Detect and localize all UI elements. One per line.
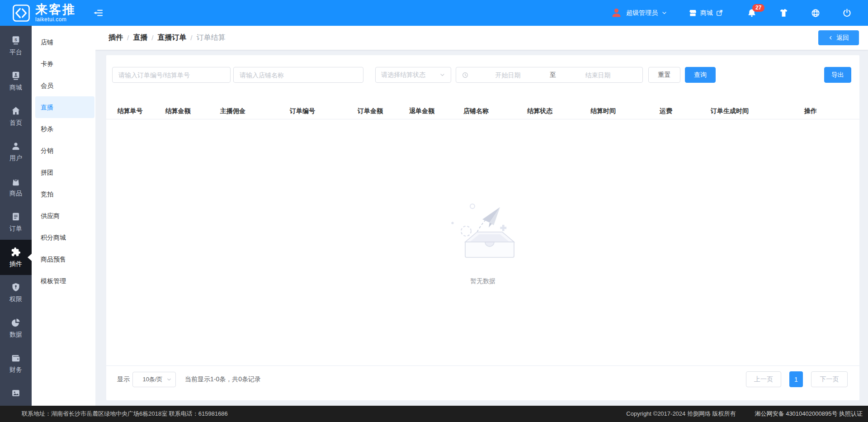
end-date-input[interactable] <box>559 71 637 79</box>
power-icon <box>842 8 852 18</box>
reset-button[interactable]: 重置 <box>648 67 680 83</box>
sidebar-item-orders[interactable]: 订单 <box>0 204 32 240</box>
prev-page-button[interactable]: 上一页 <box>746 371 781 387</box>
submenu-item-auction[interactable]: 竞拍 <box>32 183 95 205</box>
search-button[interactable]: 查询 <box>685 67 716 83</box>
back-button-label: 返回 <box>836 34 849 42</box>
column-header: 运费 <box>634 107 698 115</box>
sidebar-item-plugins[interactable]: 插件 <box>0 240 32 275</box>
sidebar-item-label: 用户 <box>9 154 22 162</box>
current-page-button[interactable]: 1 <box>789 371 803 387</box>
plugin-submenu: 店铺 卡券 会员 直播 秒杀 分销 拼团 竞拍 供应商 积分商城 商品预售 模板… <box>32 26 95 406</box>
sidebar-item-home[interactable]: 首页 <box>0 99 32 134</box>
submenu-item-supplier[interactable]: 供应商 <box>32 205 95 227</box>
column-header: 结算金额 <box>154 107 202 115</box>
logout-button[interactable] <box>842 8 852 18</box>
shop-front-link[interactable]: 商城 <box>688 8 723 18</box>
avatar <box>610 7 623 19</box>
user-menu[interactable]: 超级管理员 <box>610 7 667 19</box>
clipboard-icon <box>11 212 21 222</box>
sidebar-item-label: 订单 <box>9 225 22 233</box>
breadcrumb-item-plugins[interactable]: 插件 <box>108 33 123 43</box>
sidebar-item-users[interactable]: 用户 <box>0 134 32 169</box>
breadcrumb-separator: / <box>190 34 192 42</box>
sidebar-item-label: 权限 <box>9 295 22 303</box>
shop-link-label: 商城 <box>700 9 713 17</box>
pagination-bar: 显示 10条/页 当前显示1-0条，共0条记录 上一页 1 下一页 <box>106 365 859 387</box>
export-button[interactable]: 导出 <box>824 67 851 83</box>
column-header: 订单金额 <box>341 107 399 115</box>
sidebar-item-extra[interactable] <box>0 381 32 406</box>
next-page-button[interactable]: 下一页 <box>811 371 848 387</box>
chevron-down-icon <box>166 377 172 382</box>
empty-box-illustration <box>449 199 517 259</box>
submenu-item-live[interactable]: 直播 <box>35 96 94 118</box>
chevron-down-icon <box>439 72 445 78</box>
logo-title: 来客推 <box>35 4 76 16</box>
tshirt-icon <box>778 8 789 18</box>
sidebar-item-finance[interactable]: 财务 <box>0 346 32 381</box>
sidebar-item-label: 首页 <box>9 119 22 127</box>
page-size-value: 10条/页 <box>139 375 166 384</box>
submenu-item-flash-sale[interactable]: 秒杀 <box>32 118 95 140</box>
date-range-picker[interactable]: 至 <box>456 67 643 83</box>
sidebar-item-permissions[interactable]: 权限 <box>0 275 32 310</box>
sidebar-item-goods[interactable]: 商品 <box>0 169 32 204</box>
sidebar-item-label: 商品 <box>9 190 22 198</box>
start-date-input[interactable] <box>469 71 547 79</box>
submenu-item-templates[interactable]: 模板管理 <box>32 270 95 292</box>
breadcrumb-separator: / <box>151 34 153 42</box>
column-header: 退单金额 <box>399 107 444 115</box>
column-header: 结算时间 <box>572 107 634 115</box>
breadcrumb-item-live-orders[interactable]: 直播订单 <box>157 33 186 43</box>
table-header: 结算单号 结算金额 主播佣金 订单编号 订单金额 退单金额 店铺名称 结算状态 … <box>106 103 859 119</box>
content-card: 请选择结算状态 至 重置 查询 导出 结算单号 结算金额 主播佣金 订单编号 订… <box>106 55 859 400</box>
page-size-select[interactable]: 10条/页 <box>132 372 176 387</box>
home-icon <box>11 106 21 116</box>
breadcrumb-item-order-settlement: 订单结算 <box>197 33 226 43</box>
shop-name-input[interactable] <box>233 67 363 83</box>
storefront-icon <box>688 8 698 18</box>
notification-badge: 27 <box>752 4 764 12</box>
submenu-item-shop[interactable]: 店铺 <box>32 31 95 53</box>
column-header: 订单生成时间 <box>698 107 762 115</box>
sidebar-item-label: 商城 <box>9 84 22 92</box>
notifications-button[interactable]: 27 <box>747 8 757 18</box>
sidebar-item-label: 财务 <box>9 366 22 374</box>
column-header: 结算状态 <box>508 107 572 115</box>
svg-text:S: S <box>14 38 17 42</box>
pie-chart-icon <box>11 318 21 327</box>
settlement-status-select[interactable]: 请选择结算状态 <box>375 67 451 83</box>
filter-bar: 请选择结算状态 至 重置 查询 导出 <box>106 67 859 83</box>
user-icon <box>11 141 21 151</box>
submenu-item-group-buy[interactable]: 拼团 <box>32 161 95 183</box>
logo-subtitle: laiketui.com <box>35 16 76 23</box>
app-logo: 来客推 laiketui.com <box>0 4 86 23</box>
chevron-left-icon <box>828 35 833 41</box>
back-button[interactable]: 返回 <box>818 30 859 45</box>
clock-icon <box>462 71 469 79</box>
sidebar-item-label: 数据 <box>9 331 22 339</box>
footer-contact: 联系地址：湖南省长沙市岳麓区绿地中央广场6栋2018室 联系电话：6159816… <box>0 410 228 418</box>
breadcrumb-item-live[interactable]: 直播 <box>133 33 147 43</box>
sidebar-item-data[interactable]: 数据 <box>0 310 32 346</box>
sidebar-item-platform[interactable]: S 平台 <box>0 28 32 63</box>
footer: 联系地址：湖南省长沙市岳麓区绿地中央广场6栋2018室 联系电话：6159816… <box>0 406 868 422</box>
submenu-item-presale[interactable]: 商品预售 <box>32 248 95 270</box>
collapse-menu-button[interactable] <box>91 6 105 20</box>
footer-copyright: Copyright ©2017-2024 拾捌网络 版权所有 <box>626 410 736 418</box>
submenu-item-coupons[interactable]: 卡券 <box>32 53 95 75</box>
order-number-input[interactable] <box>112 67 231 83</box>
sidebar-item-mall[interactable]: 商城 <box>0 63 32 99</box>
wallet-icon <box>11 353 21 363</box>
page-size-label: 显示 <box>117 375 130 384</box>
empty-state: 暂无数据 <box>106 119 859 365</box>
date-range-separator: 至 <box>547 71 559 79</box>
language-button[interactable] <box>811 8 821 18</box>
picture-icon <box>11 388 21 398</box>
submenu-item-distribution[interactable]: 分销 <box>32 140 95 161</box>
submenu-item-points-mall[interactable]: 积分商城 <box>32 227 95 248</box>
submenu-item-members[interactable]: 会员 <box>32 75 95 96</box>
column-header: 主播佣金 <box>202 107 264 115</box>
merchandise-button[interactable] <box>778 8 789 18</box>
